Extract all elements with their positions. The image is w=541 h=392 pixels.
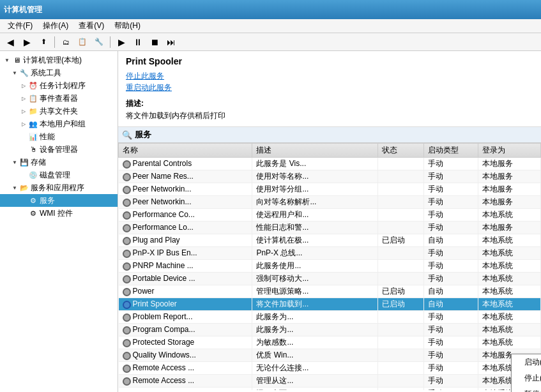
sidebar-disk-label: 磁盘管理 (40, 170, 70, 181)
cell-service-desc: 性能日志和警... (252, 222, 377, 234)
table-row[interactable]: Protected Storage为敏感数...手动本地系统 (119, 336, 541, 349)
sidebar-item-performance[interactable]: 📊 性能 (0, 130, 118, 143)
shared-icon: 📁 (28, 106, 38, 116)
table-row[interactable]: Portable Device ...强制可移动大...手动本地系统 (119, 273, 541, 285)
table-row[interactable]: Remote Access ...管理从这...手动本地系统 (119, 375, 541, 388)
menu-action[interactable]: 操作(A) (38, 19, 73, 33)
toolbar-pause[interactable]: ⏸ (130, 35, 146, 49)
cell-service-login: 本地系统 (478, 336, 540, 349)
menu-file[interactable]: 文件(F) (3, 19, 38, 33)
toolbar-run[interactable]: 📋 (75, 35, 90, 49)
sidebar-item-storage[interactable]: ▼ 💾 存储 (0, 156, 118, 169)
toolbar-stop[interactable]: ⏹ (147, 35, 162, 49)
col-header-start[interactable]: 启动类型 (423, 144, 478, 158)
toolbar-properties[interactable]: 🔧 (91, 35, 107, 49)
table-row[interactable]: Power管理电源策略...已启动自动本地系统 (119, 285, 541, 298)
service-header: Print Spooler 停止此服务 重启动此服务 描述: 将文件加载到内存供… (118, 51, 541, 127)
sidebar-item-task-scheduler[interactable]: ▷ ⏰ 任务计划程序 (0, 79, 118, 92)
cell-service-login: 本地系统 (478, 234, 540, 247)
gear-icon (123, 377, 131, 386)
cell-service-name: Peer Networkin... (119, 183, 252, 196)
menu-help[interactable]: 帮助(H) (109, 19, 146, 33)
table-row[interactable]: Peer Networkin...使用对等分组...手动本地服务 (119, 183, 541, 196)
cell-service-start: 手动 (423, 336, 478, 349)
col-header-desc[interactable]: 描述 (252, 144, 377, 158)
table-row[interactable]: Performance Lo...性能日志和警...手动本地服务 (119, 222, 541, 234)
cell-service-status (377, 196, 423, 209)
services-table-container[interactable]: 名称 描述 状态 启动类型 登录为 Parental Controls此服务是 … (118, 143, 541, 390)
cell-service-start: 手动 (423, 196, 478, 209)
context-menu-item[interactable]: 启动(S) (512, 354, 541, 370)
table-header-row: 名称 描述 状态 启动类型 登录为 (119, 144, 541, 158)
col-header-name[interactable]: 名称 (119, 144, 252, 158)
storage-icon: 💾 (19, 157, 29, 167)
table-row[interactable]: Print Spooler将文件加载到...已启动自动本地系统 (119, 298, 541, 311)
table-row[interactable]: Peer Networkin...向对等名称解析...手动本地服务 (119, 196, 541, 209)
sidebar-item-system-tools[interactable]: ▼ 🔧 系统工具 (0, 66, 118, 79)
cell-service-status (377, 362, 423, 375)
table-row[interactable]: Remote Deskto...远程桌面...手动本地系统 (119, 388, 541, 391)
sidebar-item-device-mgr[interactable]: 🖱 设备管理器 (0, 143, 118, 156)
table-row[interactable]: Peer Name Res...使用对等名称...手动本地服务 (119, 170, 541, 183)
sidebar-item-shared-folders[interactable]: ▷ 📁 共享文件夹 (0, 105, 118, 117)
sidebar-item-services-apps[interactable]: ▼ 📂 服务和应用程序 (0, 181, 118, 194)
context-menu-item[interactable]: 暂停(U) (512, 386, 541, 392)
table-row[interactable]: Problem Report...此服务为...手动本地系统 (119, 311, 541, 324)
col-header-status[interactable]: 状态 (377, 144, 423, 158)
cell-service-login: 本地系统 (478, 209, 540, 222)
cell-service-desc: 使用对等分组... (252, 183, 377, 196)
gear-icon (123, 288, 131, 296)
menu-view[interactable]: 查看(V) (73, 19, 109, 33)
service-desc-label: 描述: (126, 98, 533, 109)
context-menu-item-label: 停止(O) (524, 373, 541, 384)
sidebar-svcapps-label: 服务和应用程序 (31, 183, 84, 193)
table-row[interactable]: Program Compa...此服务为...手动本地系统 (119, 324, 541, 336)
gear-icon (123, 199, 131, 207)
toolbar-back[interactable]: ◀ (3, 35, 18, 49)
cell-service-status (377, 247, 423, 260)
stop-service-link[interactable]: 停止此服务 (126, 70, 533, 82)
menu-bar: 文件(F) 操作(A) 查看(V) 帮助(H) (0, 19, 541, 33)
table-row[interactable]: Plug and Play使计算机在极...已启动自动本地系统 (119, 234, 541, 247)
table-row[interactable]: PnP-X IP Bus En...PnP-X 总线...手动本地系统 (119, 247, 541, 260)
table-row[interactable]: Performance Co...使远程用户和...手动本地系统 (119, 209, 541, 222)
computer-icon: 🖥 (11, 55, 22, 65)
table-row[interactable]: Remote Access ...无论什么连接...手动本地系统 (119, 362, 541, 375)
cell-service-start: 手动 (423, 375, 478, 388)
cell-service-login: 本地服务 (478, 196, 540, 209)
table-row[interactable]: Parental Controls此服务是 Vis...手动本地服务 (119, 158, 541, 170)
sidebar-item-services[interactable]: ⚙ 服务 (0, 194, 118, 207)
cell-service-name: Remote Deskto... (119, 388, 252, 391)
shared-arrow: ▷ (19, 107, 28, 116)
wmi-arrow (19, 209, 28, 218)
cell-service-login: 本地系统 (478, 311, 540, 324)
cell-service-start: 自动 (423, 234, 478, 247)
toolbar-play[interactable]: ▶ (114, 35, 129, 49)
cell-service-desc: 将文件加载到... (252, 298, 377, 311)
table-row[interactable]: Quality Windows...优质 Win...手动本地服务 (119, 349, 541, 362)
services-table: 名称 描述 状态 启动类型 登录为 Parental Controls此服务是 … (118, 143, 541, 390)
gear-icon (123, 160, 131, 169)
cell-service-start: 手动 (423, 362, 478, 375)
sidebar-perf-label: 性能 (40, 132, 55, 142)
toolbar-browse[interactable]: 🗂 (58, 35, 73, 49)
col-header-login[interactable]: 登录为 (478, 144, 540, 158)
table-row[interactable]: PNRP Machine ...此服务使用...手动本地系统 (119, 260, 541, 273)
cell-service-status (377, 336, 423, 349)
sidebar-item-event-viewer[interactable]: ▷ 📋 事件查看器 (0, 92, 118, 105)
restart-service-link[interactable]: 重启动此服务 (126, 82, 533, 93)
sidebar-item-disk-mgmt[interactable]: 💿 磁盘管理 (0, 169, 118, 181)
context-menu-item[interactable]: 停止(O) (512, 370, 541, 386)
sidebar-device-label: 设备管理器 (40, 144, 78, 155)
gear-icon (123, 326, 131, 335)
toolbar-up[interactable]: ⬆ (36, 35, 51, 49)
gear-icon (123, 237, 131, 245)
sidebar-system-tools-label: 系统工具 (31, 68, 61, 79)
gear-icon (123, 250, 131, 258)
sidebar-root[interactable]: ▼ 🖥 计算机管理(本地) (0, 54, 118, 66)
sidebar-item-local-users[interactable]: ▷ 👥 本地用户和组 (0, 117, 118, 130)
sidebar-root-label: 计算机管理(本地) (23, 55, 82, 66)
sidebar-item-wmi[interactable]: ⚙ WMI 控件 (0, 207, 118, 220)
toolbar-forward[interactable]: ▶ (19, 35, 34, 49)
toolbar-restart[interactable]: ⏭ (164, 35, 179, 49)
